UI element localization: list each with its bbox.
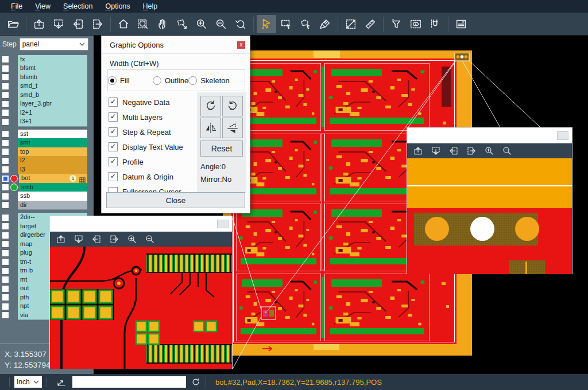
rotate-ccw-button[interactable] bbox=[222, 96, 243, 116]
layer-label[interactable]: fx bbox=[18, 55, 87, 65]
dialog-close-button[interactable]: x bbox=[237, 41, 245, 49]
layer-visibility-checkbox[interactable] bbox=[2, 91, 9, 99]
pan-hand-button[interactable] bbox=[153, 15, 172, 33]
width-radio[interactable]: Fill bbox=[108, 76, 153, 85]
mirror-vertical-button[interactable] bbox=[222, 118, 243, 138]
menu-item[interactable]: View bbox=[29, 2, 57, 10]
layer-row[interactable]: dir bbox=[0, 201, 94, 210]
layer-visibility-checkbox[interactable] bbox=[2, 285, 9, 292]
dialog-title-bar[interactable]: Graphic Options x bbox=[102, 36, 250, 54]
command-input[interactable] bbox=[72, 376, 186, 388]
layer-row[interactable]: smd_t bbox=[0, 82, 94, 91]
layer-visibility-checkbox[interactable] bbox=[2, 184, 9, 191]
layer-row[interactable]: sst bbox=[0, 130, 94, 139]
layer-label[interactable]: ssb bbox=[18, 192, 87, 201]
zoom-out-button[interactable] bbox=[144, 233, 156, 245]
layer-row[interactable]: top bbox=[0, 147, 94, 157]
layer-label[interactable]: l3+1 bbox=[18, 117, 87, 127]
layer-label[interactable]: top bbox=[18, 147, 87, 157]
layer-row[interactable]: bfsmb bbox=[0, 73, 94, 82]
home-view-button[interactable] bbox=[114, 15, 133, 33]
pan-up-button[interactable] bbox=[55, 233, 67, 245]
menu-item[interactable]: Selection bbox=[57, 2, 99, 10]
pan-left-button[interactable] bbox=[447, 145, 460, 157]
magnifier-window-b[interactable] bbox=[407, 127, 572, 274]
pan-up-button[interactable] bbox=[29, 15, 49, 33]
layer-visibility-checkbox[interactable] bbox=[2, 166, 9, 173]
zoom-out-button[interactable] bbox=[501, 145, 513, 157]
width-radio[interactable]: Outline bbox=[153, 76, 188, 85]
select-cursor-button[interactable] bbox=[257, 15, 276, 33]
layer-label[interactable]: l2+1 bbox=[18, 108, 87, 118]
magnifier-b-window-button[interactable] bbox=[557, 131, 568, 140]
layer-visibility-checkbox[interactable] bbox=[2, 258, 9, 266]
rotate-cw-button[interactable] bbox=[200, 96, 221, 116]
layer-label[interactable]: smd_t bbox=[18, 81, 87, 91]
layer-visibility-checkbox[interactable] bbox=[2, 148, 9, 155]
magnifier-window-a[interactable] bbox=[49, 216, 233, 369]
layer-label[interactable]: sst bbox=[18, 130, 87, 139]
magnifier-a-window-button[interactable] bbox=[217, 220, 229, 228]
pan-down-button[interactable] bbox=[430, 145, 442, 157]
layer-label[interactable]: bfsmt bbox=[18, 64, 87, 73]
layer-row[interactable]: smd_b bbox=[0, 91, 94, 100]
layer-visibility-checkbox[interactable] bbox=[2, 193, 9, 200]
layer-visibility-checkbox[interactable] bbox=[2, 214, 9, 221]
option-checkbox[interactable]: Step & Repeat bbox=[109, 124, 183, 139]
option-checkbox[interactable]: Display Text Value bbox=[109, 139, 183, 154]
layer-visibility-checkbox[interactable] bbox=[2, 100, 9, 108]
menu-item[interactable]: File bbox=[5, 2, 29, 10]
layer-visibility-checkbox[interactable] bbox=[2, 232, 9, 239]
pan-down-button[interactable] bbox=[49, 15, 68, 33]
layer-visibility-checkbox[interactable] bbox=[2, 175, 9, 182]
layer-row[interactable]: ssb bbox=[0, 192, 94, 201]
refresh-icon[interactable] bbox=[191, 377, 201, 387]
pan-up-button[interactable] bbox=[412, 145, 424, 157]
layer-visibility-checkbox[interactable] bbox=[2, 276, 9, 283]
layer-row[interactable]: layer_3.gbr bbox=[0, 100, 94, 109]
step-select[interactable]: panel bbox=[20, 38, 88, 50]
layer-visibility-checkbox[interactable] bbox=[2, 311, 9, 319]
pan-right-button[interactable] bbox=[88, 15, 107, 33]
zoom-in-button[interactable] bbox=[483, 145, 496, 157]
layer-visibility-checkbox[interactable] bbox=[2, 294, 9, 301]
view-options-button[interactable] bbox=[406, 15, 425, 33]
layer-label[interactable]: l2 bbox=[18, 156, 87, 166]
ruler-button[interactable] bbox=[361, 15, 380, 33]
layer-row[interactable]: smt bbox=[0, 139, 94, 148]
layer-visibility-checkbox[interactable] bbox=[2, 249, 9, 257]
zoom-window-button[interactable] bbox=[133, 15, 153, 33]
menu-item[interactable]: Options bbox=[99, 2, 136, 10]
option-checkbox[interactable]: Negative Data bbox=[109, 95, 183, 110]
layer-row[interactable]: fx bbox=[0, 55, 94, 64]
magnifier-b-title-bar[interactable] bbox=[407, 128, 572, 143]
zoom-out-button[interactable] bbox=[211, 15, 231, 33]
pan-down-button[interactable] bbox=[72, 233, 85, 245]
pan-left-button[interactable] bbox=[68, 15, 88, 33]
pan-right-button[interactable] bbox=[465, 145, 478, 157]
layer-label[interactable]: smd_b bbox=[18, 91, 87, 100]
option-checkbox[interactable]: Multi Layers bbox=[109, 110, 183, 124]
layer-visibility-checkbox[interactable] bbox=[2, 109, 9, 116]
unit-select[interactable]: Inch bbox=[14, 376, 42, 388]
layer-row[interactable]: bot 1 bbox=[0, 174, 94, 184]
layer-visibility-checkbox[interactable] bbox=[2, 56, 9, 63]
layer-visibility-checkbox[interactable] bbox=[2, 130, 9, 138]
polygon-select-button[interactable] bbox=[296, 15, 315, 33]
layer-label[interactable]: layer_3.gbr bbox=[18, 99, 87, 109]
layer-label[interactable]: dir bbox=[18, 201, 87, 210]
layer-label[interactable]: bfsmb bbox=[18, 73, 87, 83]
option-checkbox[interactable]: Datum & Origin bbox=[109, 169, 183, 184]
layer-visibility-checkbox[interactable] bbox=[2, 65, 9, 72]
layer-row[interactable]: l3 bbox=[0, 165, 94, 174]
layer-row[interactable]: bfsmt bbox=[0, 64, 94, 73]
magnifier-a-view[interactable] bbox=[50, 247, 232, 369]
zoom-previous-button[interactable] bbox=[231, 15, 250, 33]
open-file-button[interactable] bbox=[3, 15, 23, 33]
layer-visibility-checkbox[interactable] bbox=[2, 223, 9, 230]
layer-label[interactable]: smb bbox=[19, 183, 87, 193]
magnifier-a-title-bar[interactable] bbox=[50, 216, 232, 232]
close-button[interactable]: Close bbox=[106, 192, 245, 208]
layer-visibility-checkbox[interactable] bbox=[2, 157, 9, 165]
snap-button[interactable] bbox=[425, 15, 445, 33]
